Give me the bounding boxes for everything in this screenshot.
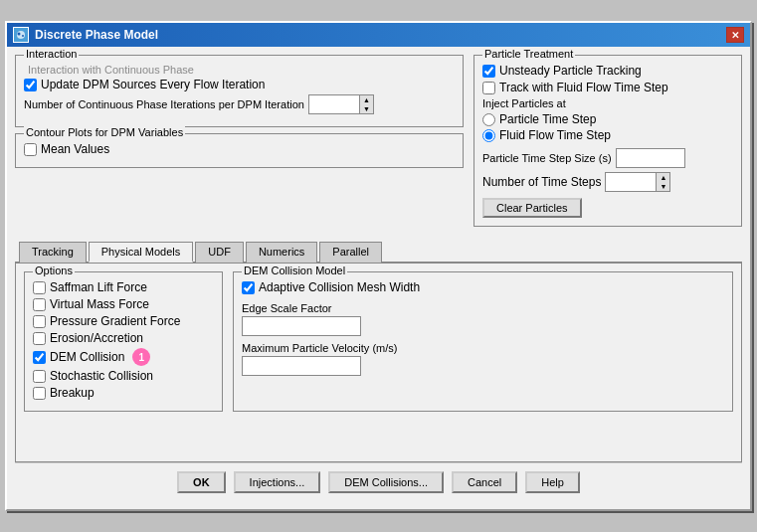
fluid-flow-row: Fluid Flow Time Step: [482, 128, 733, 142]
max-velocity-input[interactable]: 100: [242, 356, 361, 376]
erosion-checkbox[interactable]: [33, 332, 46, 345]
tab-inner: Options Saffman Lift Force Virtual Mass …: [24, 271, 733, 412]
unsteady-tracking-checkbox[interactable]: [482, 65, 495, 78]
virtual-mass-row: Virtual Mass Force: [33, 297, 214, 311]
track-fluid-label: Track with Fluid Flow Time Step: [499, 81, 668, 94]
particle-treatment-content: Unsteady Particle Tracking Track with Fl…: [482, 64, 733, 218]
pressure-gradient-checkbox[interactable]: [33, 315, 46, 328]
breakup-checkbox[interactable]: [33, 387, 46, 400]
dem-collision-checkbox[interactable]: [33, 351, 46, 364]
main-window: Discrete Phase Model ✕ Interaction Inter…: [5, 21, 752, 511]
stochastic-label: Stochastic Collision: [50, 369, 153, 383]
edge-scale-label: Edge Scale Factor: [242, 302, 724, 314]
particle-time-step-label: Particle Time Step: [499, 112, 596, 126]
pressure-gradient-label: Pressure Gradient Force: [50, 314, 180, 328]
virtual-mass-label: Virtual Mass Force: [50, 297, 149, 311]
clear-particles-button[interactable]: Clear Particles: [482, 198, 582, 218]
stochastic-row: Stochastic Collision: [33, 369, 214, 383]
tab-udf[interactable]: UDF: [195, 242, 244, 263]
num-time-steps-down-btn[interactable]: ▼: [657, 182, 669, 191]
pressure-gradient-row: Pressure Gradient Force: [33, 314, 214, 328]
num-time-steps-row: Number of Time Steps 1 ▲ ▼: [482, 172, 733, 192]
adaptive-label: Adaptive Collision Mesh Width: [259, 280, 420, 294]
tabs-container: Tracking Physical Models UDF Numerics Pa…: [15, 241, 742, 462]
title-bar: Discrete Phase Model ✕: [7, 23, 750, 47]
right-panel: Particle Treatment Unsteady Particle Tra…: [473, 55, 742, 233]
saffman-checkbox[interactable]: [33, 281, 46, 294]
tab-physical-models[interactable]: Physical Models: [89, 242, 193, 263]
dem-collision-label: DEM Collision: [50, 350, 124, 364]
ok-button[interactable]: OK: [177, 471, 226, 493]
virtual-mass-checkbox[interactable]: [33, 298, 46, 311]
continuous-phase-label: Interaction with Continuous Phase: [24, 64, 455, 76]
svg-point-1: [18, 33, 21, 36]
stochastic-checkbox[interactable]: [33, 370, 46, 383]
mean-values-checkbox[interactable]: [24, 143, 37, 156]
dem-annotation: 1: [132, 348, 150, 366]
injections-button[interactable]: Injections...: [234, 471, 321, 493]
svg-point-2: [22, 35, 24, 37]
particle-time-size-input[interactable]: 0.0002: [616, 148, 685, 168]
inject-label: Inject Particles at: [482, 97, 733, 109]
fluid-flow-radio[interactable]: [482, 129, 495, 142]
close-button[interactable]: ✕: [726, 27, 744, 43]
iterations-down-btn[interactable]: ▼: [360, 104, 373, 113]
particle-time-size-row: Particle Time Step Size (s) 0.0002: [482, 148, 733, 168]
adaptive-checkbox[interactable]: [242, 281, 255, 294]
dem-collisions-button[interactable]: DEM Collisions...: [328, 471, 444, 493]
max-velocity-field: Maximum Particle Velocity (m/s) 100: [242, 342, 724, 376]
num-time-steps-spin-btns: ▲ ▼: [656, 173, 669, 191]
num-time-steps-spin: 1 ▲ ▼: [605, 172, 670, 192]
particle-treatment-label: Particle Treatment: [482, 48, 575, 60]
iterations-up-btn[interactable]: ▲: [360, 95, 373, 104]
max-velocity-label: Maximum Particle Velocity (m/s): [242, 342, 724, 354]
tab-parallel[interactable]: Parallel: [319, 242, 382, 263]
tabs-bar: Tracking Physical Models UDF Numerics Pa…: [15, 241, 742, 264]
options-label: Options: [33, 265, 75, 276]
update-sources-label: Update DPM Sources Every Flow Iteration: [41, 78, 265, 91]
saffman-label: Saffman Lift Force: [50, 280, 147, 294]
mean-values-label: Mean Values: [41, 142, 109, 156]
cancel-button[interactable]: Cancel: [452, 471, 517, 493]
track-fluid-checkbox[interactable]: [482, 82, 495, 94]
edge-scale-field: Edge Scale Factor 1.5: [242, 302, 724, 336]
window-body: Interaction Interaction with Continuous …: [7, 47, 750, 509]
options-panel: Options Saffman Lift Force Virtual Mass …: [24, 271, 223, 412]
update-sources-checkbox[interactable]: [24, 79, 37, 91]
app-icon: [13, 27, 29, 43]
tab-tracking[interactable]: Tracking: [19, 242, 87, 263]
update-sources-row: Update DPM Sources Every Flow Iteration: [24, 78, 455, 91]
help-button[interactable]: Help: [525, 471, 580, 493]
interaction-group: Interaction Interaction with Continuous …: [15, 55, 464, 127]
num-time-steps-label: Number of Time Steps: [482, 175, 601, 189]
unsteady-tracking-label: Unsteady Particle Tracking: [499, 64, 642, 78]
breakup-row: Breakup: [33, 386, 214, 400]
interaction-group-label: Interaction: [24, 48, 79, 60]
options-content: Saffman Lift Force Virtual Mass Force Pr…: [33, 280, 214, 400]
particle-treatment-group: Particle Treatment Unsteady Particle Tra…: [473, 55, 742, 227]
interaction-content: Interaction with Continuous Phase Update…: [24, 64, 455, 114]
particle-time-step-radio[interactable]: [482, 113, 495, 126]
adaptive-row: Adaptive Collision Mesh Width: [242, 280, 724, 294]
saffman-row: Saffman Lift Force: [33, 280, 214, 294]
dem-panel: DEM Collision Model Adaptive Collision M…: [233, 271, 733, 412]
particle-time-step-row: Particle Time Step: [482, 112, 733, 126]
fluid-flow-label: Fluid Flow Time Step: [499, 128, 611, 142]
iterations-label: Number of Continuous Phase Iterations pe…: [24, 98, 304, 110]
erosion-row: Erosion/Accretion: [33, 331, 214, 345]
iterations-input[interactable]: 200: [309, 95, 359, 113]
bottom-bar: OK Injections... DEM Collisions... Cance…: [15, 462, 742, 501]
tab-numerics[interactable]: Numerics: [246, 242, 317, 263]
window-title: Discrete Phase Model: [35, 28, 158, 42]
num-time-steps-input[interactable]: 1: [606, 173, 656, 191]
num-time-steps-up-btn[interactable]: ▲: [657, 173, 669, 182]
tab-content-physical-models: Options Saffman Lift Force Virtual Mass …: [15, 264, 742, 462]
unsteady-tracking-row: Unsteady Particle Tracking: [482, 64, 733, 78]
breakup-label: Breakup: [50, 386, 95, 400]
contour-group: Contour Plots for DPM Variables Mean Val…: [15, 133, 464, 168]
iterations-spin-btns: ▲ ▼: [359, 95, 373, 113]
contour-group-label: Contour Plots for DPM Variables: [24, 126, 185, 138]
edge-scale-input[interactable]: 1.5: [242, 316, 361, 336]
mean-values-row: Mean Values: [24, 142, 455, 156]
iterations-field: Number of Continuous Phase Iterations pe…: [24, 94, 455, 114]
